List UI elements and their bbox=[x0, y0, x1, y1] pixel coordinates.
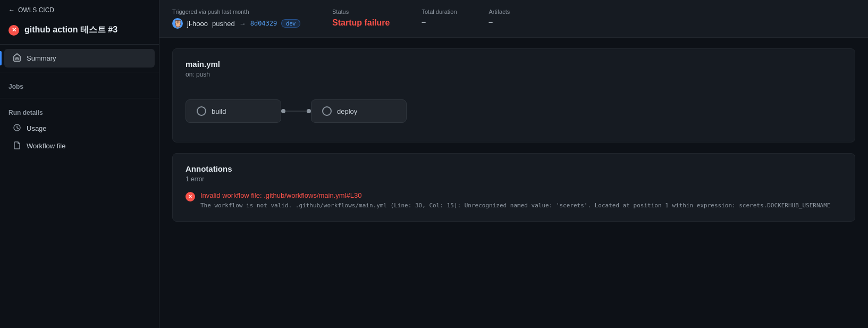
artifacts-label: Artifacts bbox=[489, 9, 510, 15]
error-icon bbox=[186, 192, 195, 201]
sidebar-title-area: github action 테스트 #3 bbox=[0, 20, 159, 44]
pushed-label: pushed bbox=[212, 20, 235, 28]
error-description: The workflow is not valid. .github/workf… bbox=[200, 201, 830, 211]
status-label: Status bbox=[332, 9, 390, 15]
sidebar-item-workflow-file-label: Workflow file bbox=[27, 142, 65, 150]
file-icon bbox=[13, 141, 21, 151]
sidebar: ← OWLS CICD github action 테스트 #3 Summary… bbox=[0, 0, 159, 328]
back-link[interactable]: ← OWLS CICD bbox=[0, 0, 159, 20]
sidebar-divider-rundetails bbox=[0, 98, 159, 98]
back-arrow-icon: ← bbox=[9, 6, 15, 14]
annotations-title: Annotations bbox=[186, 164, 842, 173]
sidebar-item-workflow-file[interactable]: Workflow file bbox=[4, 138, 155, 154]
status-failed-icon bbox=[9, 25, 19, 36]
connector-line bbox=[285, 111, 307, 112]
clock-icon bbox=[13, 123, 21, 133]
job-node-build[interactable]: build bbox=[186, 99, 281, 123]
workflow-filename: main.yml bbox=[186, 60, 842, 69]
main-content: Triggered via push last month 🦉 ji-hooo … bbox=[159, 0, 868, 328]
workflow-graph: build deploy bbox=[186, 91, 842, 131]
trigger-row: 🦉 ji-hooo pushed → 8d04329 dev bbox=[172, 18, 300, 29]
sidebar-divider-top bbox=[0, 44, 159, 45]
status-col: Status Startup failure bbox=[332, 9, 390, 28]
job-status-icon-build bbox=[197, 106, 206, 116]
trigger-col: Triggered via push last month 🦉 ji-hooo … bbox=[172, 9, 300, 29]
home-icon bbox=[13, 53, 21, 63]
sidebar-item-summary-label: Summary bbox=[27, 54, 56, 62]
duration-label: Total duration bbox=[422, 9, 457, 15]
sidebar-item-usage-label: Usage bbox=[27, 124, 47, 132]
actor-avatar: 🦉 bbox=[172, 18, 183, 29]
connector bbox=[281, 109, 311, 113]
error-content: Invalid workflow file: .github/workflows… bbox=[200, 191, 830, 211]
branch-badge: dev bbox=[281, 19, 300, 28]
duration-col: Total duration – bbox=[422, 9, 457, 26]
duration-value: – bbox=[422, 18, 425, 26]
commit-link[interactable]: 8d04329 bbox=[250, 20, 277, 27]
workflow-graph-card: main.yml on: push build deploy bbox=[172, 48, 855, 142]
job-label-build: build bbox=[212, 107, 226, 115]
artifacts-value: – bbox=[489, 18, 493, 26]
actor-name: ji-hooo bbox=[187, 20, 208, 28]
sidebar-divider-jobs bbox=[0, 72, 159, 72]
arrow-icon: → bbox=[239, 20, 246, 28]
connector-dot-right bbox=[307, 109, 311, 113]
job-status-icon-deploy bbox=[322, 106, 332, 116]
run-details-section-label: Run details bbox=[0, 103, 159, 120]
jobs-section-label: Jobs bbox=[0, 77, 159, 94]
artifacts-col: Artifacts – bbox=[489, 9, 510, 26]
job-label-deploy: deploy bbox=[337, 107, 357, 115]
sidebar-item-usage[interactable]: Usage bbox=[4, 120, 155, 137]
error-item: Invalid workflow file: .github/workflows… bbox=[186, 191, 842, 211]
workflow-run-title: github action 테스트 #3 bbox=[24, 24, 117, 36]
back-label: OWLS CICD bbox=[18, 6, 54, 14]
connector-dot-left bbox=[281, 109, 285, 113]
avatar-emoji: 🦉 bbox=[173, 19, 182, 28]
sidebar-item-summary[interactable]: Summary bbox=[4, 49, 155, 68]
status-value: Startup failure bbox=[332, 18, 390, 27]
job-node-deploy[interactable]: deploy bbox=[311, 99, 407, 123]
annotations-count: 1 error bbox=[186, 175, 842, 183]
error-title: Invalid workflow file: .github/workflows… bbox=[200, 191, 830, 199]
workflow-trigger: on: push bbox=[186, 71, 842, 78]
trigger-label: Triggered via push last month bbox=[172, 9, 300, 15]
info-bar: Triggered via push last month 🦉 ji-hooo … bbox=[159, 0, 868, 38]
annotations-card: Annotations 1 error Invalid workflow fil… bbox=[172, 153, 855, 222]
